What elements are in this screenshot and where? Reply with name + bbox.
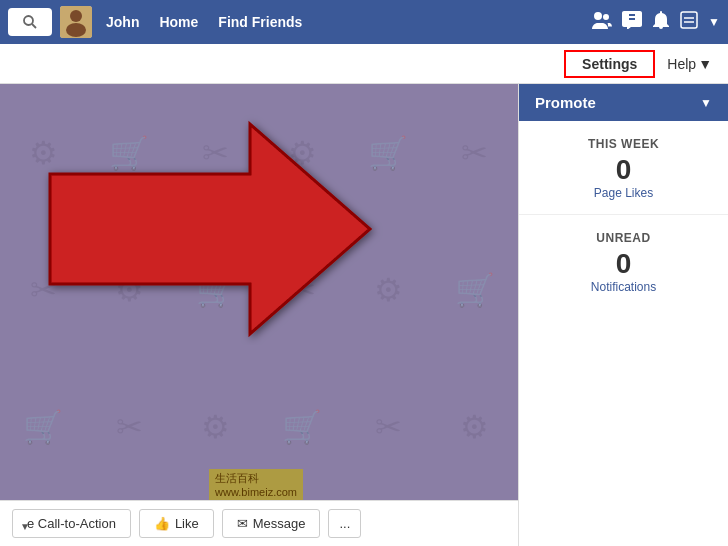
svg-point-0 bbox=[24, 16, 33, 25]
wm-13: 🛒 bbox=[0, 359, 86, 496]
message-button[interactable]: ✉ Message bbox=[222, 509, 321, 538]
red-arrow-graphic bbox=[30, 104, 390, 354]
messages-icon[interactable] bbox=[622, 11, 642, 34]
like-button[interactable]: 👍 Like bbox=[139, 509, 214, 538]
like-thumb-icon: 👍 bbox=[154, 516, 170, 531]
notifications-count: 0 bbox=[519, 249, 728, 280]
this-week-label: THIS WEEK bbox=[519, 131, 728, 155]
red-arrow-container bbox=[30, 104, 390, 354]
wm-18: ⚙ bbox=[432, 359, 518, 496]
svg-line-1 bbox=[32, 24, 36, 28]
top-navigation: John Home Find Friends bbox=[0, 0, 728, 44]
main-content: ⚙ 🛒 ✂ ⚙ 🛒 ✂ ✂ ⚙ 🛒 ✂ ⚙ 🛒 🛒 ✂ ⚙ 🛒 ✂ ⚙ bbox=[0, 84, 728, 546]
second-navigation: Settings Help ▼ bbox=[0, 44, 728, 84]
settings-button[interactable]: Settings bbox=[564, 50, 655, 78]
this-week-section: THIS WEEK 0 Page Likes bbox=[519, 121, 728, 215]
help-label: Help bbox=[667, 56, 696, 72]
help-dropdown-icon: ▼ bbox=[698, 56, 712, 72]
left-panel: ⚙ 🛒 ✂ ⚙ 🛒 ✂ ✂ ⚙ 🛒 ✂ ⚙ 🛒 🛒 ✂ ⚙ 🛒 ✂ ⚙ bbox=[0, 84, 518, 546]
unread-label: UNREAD bbox=[519, 225, 728, 249]
notifications-icon[interactable] bbox=[652, 11, 670, 34]
message-label: Message bbox=[253, 516, 306, 531]
svg-point-4 bbox=[66, 23, 86, 37]
more-options-button[interactable]: ... bbox=[328, 509, 361, 538]
friend-requests-icon[interactable] bbox=[590, 11, 612, 34]
page-likes-count: 0 bbox=[519, 155, 728, 186]
avatar-image bbox=[60, 6, 92, 38]
unread-section: UNREAD 0 Notifications bbox=[519, 215, 728, 308]
svg-marker-8 bbox=[50, 124, 370, 334]
page-likes-label: Page Likes bbox=[519, 186, 728, 204]
bimeiz-watermark: 生活百科 www.bimeiz.com bbox=[209, 469, 303, 500]
nav-dropdown-icon[interactable]: ▼ bbox=[708, 15, 720, 29]
wm-12: 🛒 bbox=[432, 221, 518, 358]
like-label: Like bbox=[175, 516, 199, 531]
message-icon: ✉ bbox=[237, 516, 248, 531]
right-panel: Promote ▼ THIS WEEK 0 Page Likes UNREAD … bbox=[518, 84, 728, 546]
page-action-bar: e Call-to-Action 👍 Like ✉ Message ... bbox=[0, 500, 518, 546]
help-button[interactable]: Help ▼ bbox=[667, 56, 712, 72]
wm-14: ✂ bbox=[86, 359, 172, 496]
watermark-url: www.bimeiz.com bbox=[215, 486, 297, 498]
nav-home[interactable]: Home bbox=[153, 14, 204, 30]
privacy-icon[interactable] bbox=[680, 11, 698, 34]
promote-label: Promote bbox=[535, 94, 596, 111]
notifications-label: Notifications bbox=[519, 280, 728, 298]
search-box[interactable] bbox=[8, 8, 52, 36]
watermark-text: 生活百科 bbox=[215, 472, 259, 484]
nav-find-friends[interactable]: Find Friends bbox=[212, 14, 308, 30]
svg-point-3 bbox=[70, 10, 82, 22]
promote-chevron-icon: ▼ bbox=[700, 96, 712, 110]
svg-rect-5 bbox=[681, 12, 697, 28]
wm-6: ✂ bbox=[432, 84, 518, 221]
user-avatar[interactable] bbox=[60, 6, 92, 38]
nav-username[interactable]: John bbox=[100, 14, 145, 30]
bottom-dropdown[interactable]: ▼ bbox=[20, 521, 30, 532]
promote-button[interactable]: Promote ▼ bbox=[519, 84, 728, 121]
wm-17: ✂ bbox=[345, 359, 431, 496]
nav-icons-group: ▼ bbox=[590, 11, 720, 34]
search-icon bbox=[22, 14, 38, 30]
